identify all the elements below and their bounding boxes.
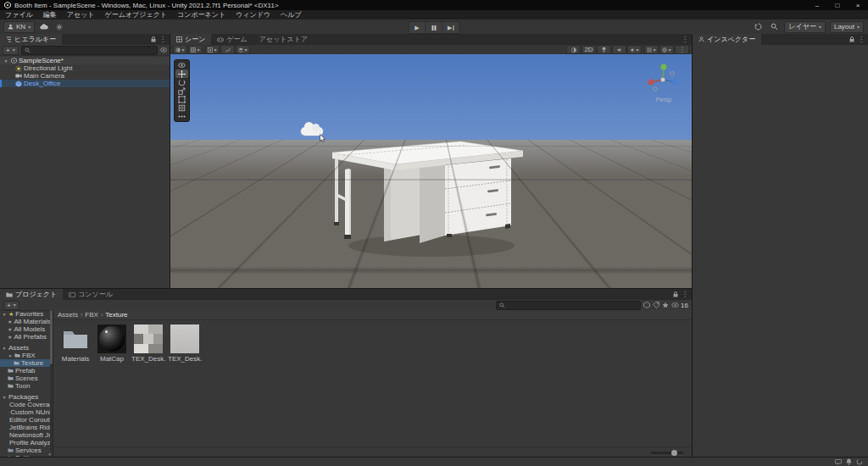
preferences-button[interactable] [53,22,65,32]
kebab-menu-icon[interactable]: ⋮ [858,36,865,43]
favorite-all-prefabs[interactable]: ★ All Prefabs [0,333,53,341]
search-by-label-icon[interactable] [653,302,659,308]
orientation-gizmo[interactable]: Persp [644,61,683,103]
tab-console[interactable]: コンソール [63,289,119,300]
projection-label[interactable]: Persp [644,97,683,103]
scene-visibility-eye-icon[interactable] [160,47,167,53]
file-tex-desk-atlas[interactable]: TEX_Desk... [131,325,165,363]
tab-game[interactable]: ゲーム [211,34,253,45]
breadcrumb-fbx[interactable]: FBX [85,311,98,319]
package-services[interactable]: Services [0,447,53,454]
skybox-toggle[interactable] [566,45,581,54]
account-dropdown[interactable]: KN ▾ [3,21,35,33]
maximize-button[interactable]: □ [827,0,848,10]
kebab-menu-icon[interactable]: ⋮ [682,36,688,43]
project-search[interactable] [496,301,641,310]
expander-icon[interactable]: ▼ [2,395,7,400]
view-tool-button[interactable] [175,61,188,69]
favorite-all-materials[interactable]: ★ All Materials [0,318,53,325]
notification-bell-icon[interactable] [846,458,852,465]
effects-dropdown[interactable]: ▾ [627,45,642,54]
menu-edit[interactable]: 編集 [38,10,62,19]
breadcrumb-texture[interactable]: Texture [105,311,127,319]
package-editor-coroutines[interactable]: Editor Coroutines [0,416,53,424]
tab-hierarchy[interactable]: ヒエラルキー [0,34,62,45]
hidden-packages-toggle[interactable]: 16 [671,302,688,309]
scene-view-kebab[interactable]: ⋮ [675,45,689,54]
move-tool-button[interactable] [175,69,188,78]
project-search-input[interactable] [507,302,637,308]
create-object-button[interactable]: + ▾ [3,46,19,55]
tree-scrollbar-thumb[interactable] [50,310,53,364]
layers-dropdown[interactable]: レイヤー ▾ [784,21,826,33]
search-everything-button[interactable] [768,22,780,32]
activity-spinner-icon[interactable] [856,458,863,465]
hierarchy-search[interactable] [21,46,158,55]
lighting-toggle[interactable] [597,45,611,54]
menu-assets[interactable]: アセット [62,10,100,19]
search-by-type-icon[interactable] [643,302,650,308]
folder-scenes[interactable]: Scenes [0,374,53,382]
save-search-icon[interactable] [662,302,669,308]
package-jetbrains[interactable]: JetBrains Rider Editor [0,424,53,431]
lock-icon[interactable] [849,36,854,42]
expander-icon[interactable]: ▼ [3,58,9,64]
menu-gameobject[interactable]: ゲームオブジェクト [100,10,173,19]
folder-fbx[interactable]: ▼ FBX [0,352,53,359]
kebab-menu-icon[interactable]: ⋮ [682,291,688,298]
folder-texture[interactable]: Texture [0,359,53,367]
debug-draw-dropdown[interactable]: ▾ [188,45,203,54]
folder-toon[interactable]: Toon [0,382,53,390]
tree-scrollbar[interactable] [50,310,53,451]
console-message-icon[interactable] [835,459,842,465]
expander-icon[interactable]: ▼ [8,353,13,358]
2d-toggle[interactable]: 2D [581,45,596,54]
scene-viewport[interactable]: Persp [170,54,692,288]
desk-3d-model[interactable] [331,141,525,268]
minimize-button[interactable]: – [807,0,827,10]
pause-button[interactable] [426,21,443,34]
tab-scene[interactable]: シーン [170,34,211,45]
grid-visibility-dropdown[interactable]: ▾ [644,45,659,54]
file-tex-desk-plain[interactable]: TEX_Desk... [168,325,202,363]
hierarchy-item-desk-office[interactable]: Desk_Office [0,80,170,87]
layout-dropdown[interactable]: Layout ▾ [830,21,864,33]
package-custom-nunit[interactable]: Custom NUnit [0,408,53,416]
play-button[interactable]: ▶ [409,21,426,34]
shading-mode-dropdown[interactable]: ▾ [173,45,187,54]
hierarchy-scene-row[interactable]: ▼ SampleScene* [0,57,170,64]
audio-toggle[interactable] [612,45,626,54]
expander-icon[interactable]: ▼ [2,312,7,317]
file-materials[interactable]: Materials [58,325,92,363]
assets-root[interactable]: ▼ Assets [0,344,53,352]
file-matcap[interactable]: MatCap [95,325,129,363]
menu-component[interactable]: コンポーネント [172,10,231,19]
menu-file[interactable]: ファイル [0,10,38,19]
menu-help[interactable]: ヘルプ [275,10,307,19]
tab-asset-store[interactable]: アセットストア [253,34,314,45]
overlay-menu-dropdown[interactable]: ▾ [236,45,250,54]
rect-tool-button[interactable] [175,95,188,103]
close-button[interactable]: × [848,0,868,10]
step-button[interactable]: ▶ [443,21,460,34]
packages-root[interactable]: ▼ Packages [0,393,53,401]
kebab-menu-icon[interactable]: ⋮ [159,36,166,43]
rotate-tool-button[interactable] [175,78,188,86]
favorites-header[interactable]: ▼ ★ Favorites [0,310,53,318]
gizmos-dropdown[interactable]: ▾ [659,45,674,54]
hierarchy-search-input[interactable] [32,47,154,53]
menu-window[interactable]: ウィンドウ [231,10,275,19]
lock-icon[interactable] [151,36,156,42]
scale-tool-button[interactable] [175,86,188,95]
tab-project[interactable]: プロジェクト [0,289,63,300]
metrics-button[interactable] [220,45,235,54]
favorite-all-models[interactable]: ★ All Models [0,325,53,333]
hierarchy-item-directional-light[interactable]: Directional Light [0,64,170,72]
tab-inspector[interactable]: インスペクター [693,34,761,45]
custom-tool-button[interactable] [175,112,188,120]
thumbnail-size-slider[interactable] [651,452,683,454]
render-doc-dropdown[interactable]: ▾ [205,45,220,54]
hierarchy-item-main-camera[interactable]: Main Camera [0,72,170,80]
slider-knob[interactable] [671,450,677,456]
folder-prefab[interactable]: Prefab [0,367,53,374]
